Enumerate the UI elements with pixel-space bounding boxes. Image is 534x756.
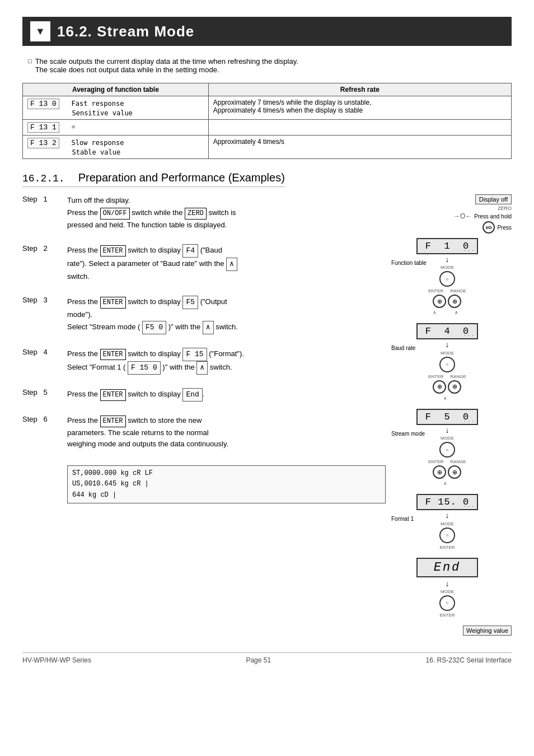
range-label-2: RANGE xyxy=(450,374,466,379)
step-row-5: Step 5 Press the ENTER switch to display… xyxy=(22,388,386,403)
lcd-panel-end: End xyxy=(391,558,503,577)
enter-label-2: ENTER xyxy=(428,374,443,379)
enter-label-3: ENTER xyxy=(428,459,443,464)
mode-label-3: MODE xyxy=(441,436,454,441)
controls-f1: ↓ MODE ○ ENTER RANGE ⊕ ⊕ ∧ ∧ xyxy=(428,255,466,315)
diagram-step1: F 1 0... Function table ↓ MODE ○ ENTER R… xyxy=(391,238,503,315)
key-enter-4: ENTER xyxy=(100,349,126,361)
lcd-f4: F4 xyxy=(182,244,198,258)
range-btn-1[interactable]: ⊕ xyxy=(448,295,461,308)
intro-line1: The scale outputs the current display da… xyxy=(35,57,298,66)
format1-label: Format 1 xyxy=(391,516,414,522)
step-label-6: Step 6 xyxy=(22,415,67,503)
controls-f5: ↓ MODE ○ ENTER RANGE ⊕ ⊕ ∧ xyxy=(428,426,466,486)
lcd-f13-0: F 13 0 xyxy=(27,99,59,109)
page-title: 16.2. Stream Mode xyxy=(57,23,194,40)
lcd-f5-0: F5 0 xyxy=(142,321,166,334)
table-cell-left: F 13 2 Slow response Stable value xyxy=(23,136,209,159)
baud-rate-row: Baud rate ↓ MODE ○ ENTER RANGE ⊕ ⊕ ∧ xyxy=(391,340,503,400)
step-row-6: Step 6 Press the ENTER switch to store t… xyxy=(22,415,386,503)
stream-mode-label: Stream mode xyxy=(391,431,425,437)
baud-rate-label: Baud rate xyxy=(391,345,415,351)
mode-button-2[interactable]: ○ xyxy=(439,357,455,372)
key-zero: ZERO xyxy=(185,208,207,220)
mode-label-4: MODE xyxy=(441,521,454,526)
range-row-3: ⊕ ⊕ xyxy=(433,465,461,479)
lcd-panel-f4: F 4 0... xyxy=(391,323,503,339)
display-off-area: Display off ZERO →O← Press and hold I/O … xyxy=(391,195,512,234)
step-content-4: Press the ENTER switch to display F 15 (… xyxy=(67,348,386,376)
function-table-label: Function table xyxy=(391,260,427,266)
enter-range-labels: ENTER RANGE xyxy=(428,288,466,293)
page-header: ▼ 16.2. Stream Mode xyxy=(22,17,512,46)
step-label-2: Step 2 xyxy=(22,244,67,283)
range-btn-2[interactable]: ⊕ xyxy=(448,380,461,394)
zero-label: ZERO xyxy=(498,206,512,211)
mode-button-4[interactable]: ○ xyxy=(439,528,455,543)
caret-row-3: ∧ xyxy=(443,480,451,486)
step-content-3: Press the ENTER switch to display F5 ("O… xyxy=(67,296,386,335)
enter-label-5: ENTER xyxy=(439,613,455,618)
lcd-f15: F 15 xyxy=(182,348,207,361)
lcd-f5: F5 xyxy=(182,296,198,309)
step-row-4: Step 4 Press the ENTER switch to display… xyxy=(22,348,386,376)
diagram-step4: F 15. 0... Format 1 ↓ MODE ○ ENTER xyxy=(391,494,503,549)
lcd-panel-f5: F 5 0... xyxy=(391,409,503,425)
arrow-down-5: ↓ xyxy=(446,580,449,588)
key-enter-5: ENTER xyxy=(100,389,126,401)
arrow-down-1: ↓ xyxy=(445,255,449,264)
controls-f4: ↓ MODE ○ ENTER RANGE ⊕ ⊕ ∧ xyxy=(428,340,466,400)
io-button[interactable]: I/O xyxy=(483,221,495,234)
weighing-line3: 644 kg cD | xyxy=(72,491,116,499)
enter-label-4: ENTER xyxy=(439,545,455,550)
lcd-panel-f15: F 15. 0... xyxy=(391,494,503,510)
controls-f15: ↓ MODE ○ ENTER xyxy=(439,511,455,549)
lcd-panel-f1: F 1 0... xyxy=(391,238,503,254)
intro-line2: The scale does not output data while in … xyxy=(35,66,219,74)
step-label-4: Step 4 xyxy=(22,348,67,376)
step-row-1: Step 1 Turn off the display. Press the O… xyxy=(22,195,386,232)
step-content-5: Press the ENTER switch to display End. xyxy=(67,388,386,403)
lcd-f1-display: F 1 0... xyxy=(416,238,478,254)
diagram-step5: End ↓ MODE ○ ENTER xyxy=(391,558,503,618)
enter-range-labels-3: ENTER RANGE xyxy=(428,459,466,464)
caret-row-1: ∧ ∧ xyxy=(433,310,462,315)
lcd-f15-0: F 15 0 xyxy=(128,361,161,375)
key-up-3: ∧ xyxy=(203,321,214,334)
weighing-line2: US,0010.645 kg cR | xyxy=(72,480,149,488)
step-row-3: Step 3 Press the ENTER switch to display… xyxy=(22,296,386,335)
header-icon: ▼ xyxy=(30,21,50,41)
table-row: F 13 2 Slow response Stable value Approx… xyxy=(23,136,512,159)
table-row: F 13 0 Fast response Sensitive value App… xyxy=(23,96,512,120)
section-heading: 16.2.1. Preparation and Performance (Exa… xyxy=(22,170,512,185)
weighing-line1: ST,0000.000 kg cR LF xyxy=(72,469,153,477)
power-section: ZERO →O← Press and hold I/O Press xyxy=(391,206,512,234)
sample-btn-3[interactable]: ⊕ xyxy=(433,465,446,479)
section-number: 16.2.1. xyxy=(22,173,65,184)
function-table: Averaging of function table Refresh rate… xyxy=(22,83,512,159)
mode-label-2: MODE xyxy=(441,351,454,356)
mode-button-5[interactable]: ○ xyxy=(439,595,455,611)
press-hold-text: Press and hold xyxy=(474,213,512,220)
range-btn-3[interactable]: ⊕ xyxy=(448,465,461,479)
step-row-2: Step 2 Press the ENTER switch to display… xyxy=(22,244,386,283)
step-label-1: Step 1 xyxy=(22,195,67,232)
key-enter-6: ENTER xyxy=(100,416,126,427)
range-label-3: RANGE xyxy=(450,459,466,464)
display-off-label: Display off xyxy=(475,194,512,204)
sample-btn-1[interactable]: ⊕ xyxy=(433,295,446,308)
arrow-down-2: ↓ xyxy=(445,340,449,349)
step-content-2: Press the ENTER switch to display F4 ("B… xyxy=(67,244,386,283)
key-enter-3: ENTER xyxy=(100,297,126,309)
table-cell-left: F 13 1 ☼ xyxy=(23,120,209,136)
step-content-6: Press the ENTER switch to store the new … xyxy=(67,415,386,503)
mode-button-1[interactable]: ○ xyxy=(439,271,455,287)
mode-button-3[interactable]: ○ xyxy=(439,442,455,458)
table-col1-header: Averaging of function table xyxy=(23,83,209,96)
sample-btn-2[interactable]: ⊕ xyxy=(433,380,446,394)
lcd-end: End xyxy=(182,388,202,402)
diagram-column: Display off ZERO →O← Press and hold I/O … xyxy=(391,195,512,636)
key-on-off: ON/OFF xyxy=(100,208,130,220)
table-row: F 13 1 ☼ xyxy=(23,120,512,136)
press-hold-row: →O← Press and hold xyxy=(453,212,512,220)
